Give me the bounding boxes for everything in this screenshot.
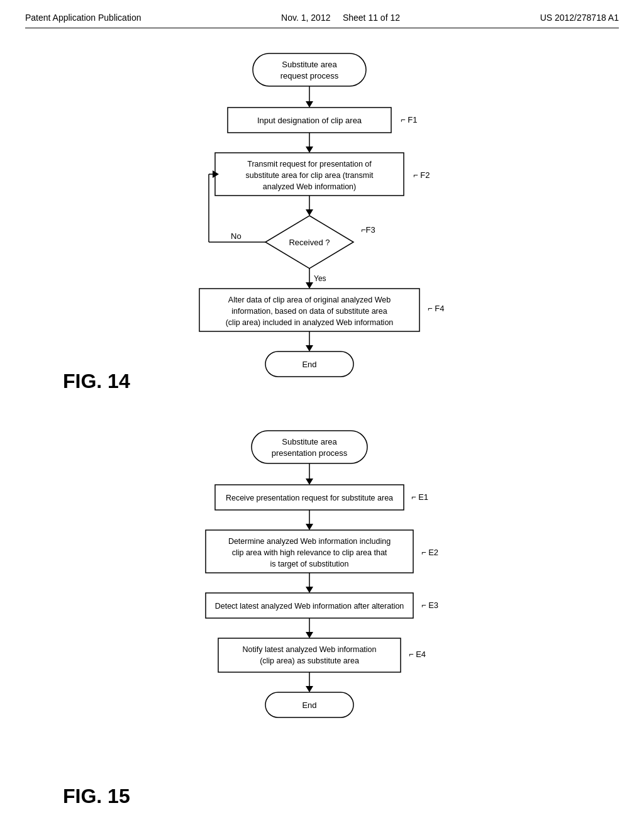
svg-text:⌐ E4: ⌐ E4 bbox=[409, 650, 426, 659]
svg-text:clip area with high relevance : clip area with high relevance to clip ar… bbox=[232, 548, 387, 557]
svg-text:Yes: Yes bbox=[314, 274, 326, 283]
svg-text:is target of substitution: is target of substitution bbox=[270, 560, 348, 568]
svg-marker-64 bbox=[306, 686, 313, 692]
header-date: Nov. 1, 2012 bbox=[281, 13, 330, 23]
fig14-diagram: Substitute area request process Input de… bbox=[158, 47, 486, 399]
fig15-diagram: Substitute area presentation process Rec… bbox=[158, 424, 486, 814]
header-date-sheet: Nov. 1, 2012 Sheet 11 of 12 bbox=[281, 13, 400, 23]
svg-text:Alter data of clip area of ori: Alter data of clip area of original anal… bbox=[228, 296, 391, 304]
svg-text:Received ?: Received ? bbox=[289, 238, 330, 247]
svg-text:⌐ E3: ⌐ E3 bbox=[421, 600, 438, 610]
svg-text:Detect latest analyzed Web inf: Detect latest analyzed Web information a… bbox=[215, 602, 404, 611]
header-patent: US 2012/278718 A1 bbox=[540, 13, 619, 23]
svg-rect-0 bbox=[253, 53, 366, 86]
svg-marker-9 bbox=[306, 147, 313, 153]
svg-rect-37 bbox=[252, 431, 367, 463]
svg-text:Notify latest analyzed Web inf: Notify latest analyzed Web information bbox=[242, 645, 376, 654]
svg-text:presentation process: presentation process bbox=[272, 448, 348, 458]
svg-text:Receive presentation request f: Receive presentation request for substit… bbox=[226, 494, 393, 502]
svg-text:No: No bbox=[231, 231, 242, 241]
svg-text:End: End bbox=[302, 700, 316, 710]
svg-text:analyzed Web information): analyzed Web information) bbox=[263, 182, 356, 191]
svg-text:End: End bbox=[302, 360, 316, 369]
fig15-label: FIG. 15 bbox=[63, 785, 130, 808]
svg-marker-26 bbox=[306, 282, 313, 289]
svg-text:request process: request process bbox=[280, 71, 339, 80]
svg-marker-58 bbox=[306, 632, 313, 638]
svg-text:⌐ F2: ⌐ F2 bbox=[413, 170, 430, 180]
header-sheet: Sheet 11 of 12 bbox=[343, 13, 400, 23]
svg-text:(clip area) included in analyz: (clip area) included in analyzed Web inf… bbox=[226, 318, 394, 327]
svg-rect-59 bbox=[218, 638, 401, 672]
svg-marker-16 bbox=[306, 209, 313, 216]
svg-text:⌐ F4: ⌐ F4 bbox=[428, 304, 444, 313]
page: Patent Application Publication Nov. 1, 2… bbox=[0, 0, 644, 830]
svg-text:Input designation of clip area: Input designation of clip area bbox=[257, 116, 362, 125]
svg-text:Determine analyzed Web informa: Determine analyzed Web information inclu… bbox=[228, 537, 391, 546]
svg-marker-4 bbox=[306, 101, 313, 108]
svg-text:⌐ E2: ⌐ E2 bbox=[421, 548, 438, 557]
svg-text:⌐ E1: ⌐ E1 bbox=[411, 492, 428, 502]
svg-text:⌐F3: ⌐F3 bbox=[361, 225, 375, 235]
svg-text:Transmit request for presentat: Transmit request for presentation of bbox=[247, 160, 372, 169]
svg-text:Substitute area: Substitute area bbox=[282, 437, 337, 446]
svg-text:substitute area for clip area : substitute area for clip area (transmit bbox=[246, 171, 374, 180]
svg-text:⌐ F1: ⌐ F1 bbox=[401, 115, 417, 124]
svg-marker-41 bbox=[306, 479, 313, 485]
fig14-label: FIG. 14 bbox=[63, 370, 130, 393]
svg-text:(clip area) as substitute area: (clip area) as substitute area bbox=[260, 656, 359, 665]
svg-marker-53 bbox=[306, 587, 313, 593]
page-header: Patent Application Publication Nov. 1, 2… bbox=[25, 13, 619, 28]
svg-marker-34 bbox=[306, 345, 313, 351]
svg-text:information, based on data of : information, based on data of substitute… bbox=[231, 307, 387, 316]
svg-text:Substitute area: Substitute area bbox=[282, 60, 337, 69]
svg-marker-46 bbox=[306, 524, 313, 530]
header-publication: Patent Application Publication bbox=[25, 13, 141, 23]
